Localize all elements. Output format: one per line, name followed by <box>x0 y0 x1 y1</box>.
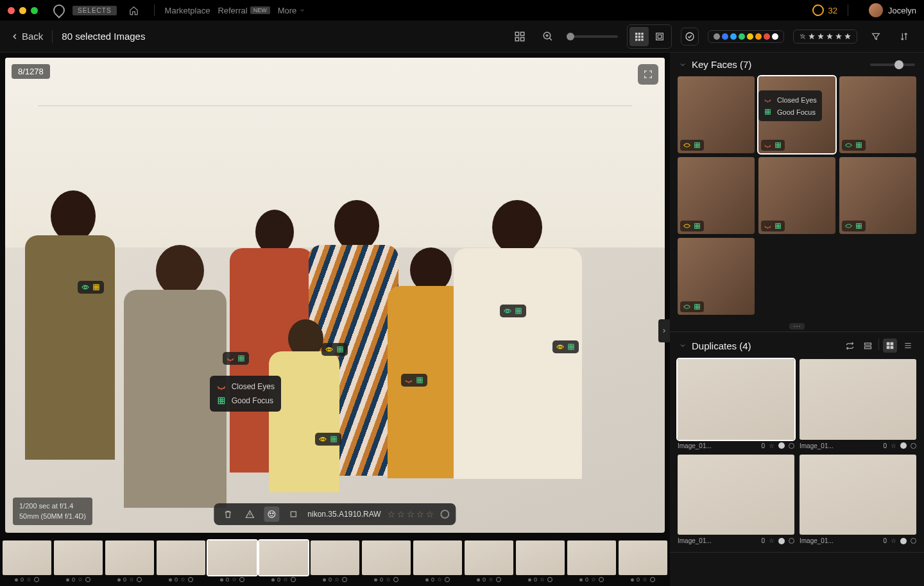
home-icon[interactable] <box>124 1 144 20</box>
filmstrip-thumb[interactable]: 0 <box>567 540 616 584</box>
face-marker[interactable] <box>321 343 348 356</box>
duplicate-thumb[interactable] <box>678 455 794 535</box>
duplicate-thumb[interactable] <box>800 455 916 535</box>
close-window[interactable] <box>8 7 15 14</box>
user-menu[interactable]: Jocelyn <box>869 3 916 17</box>
svg-rect-18 <box>239 356 244 361</box>
face-thumb-size-slider[interactable] <box>870 63 915 66</box>
image-viewer[interactable]: 8/1278 Closed Eyes Good Focus 1/200 sec … <box>5 58 665 533</box>
face-marker[interactable] <box>315 433 341 446</box>
eye-status-icon <box>404 376 413 385</box>
key-face-thumb[interactable] <box>678 238 755 315</box>
filmstrip-thumb[interactable]: 0 <box>362 540 411 584</box>
list-icon[interactable] <box>901 339 915 353</box>
filmstrip-thumb[interactable]: 0 <box>413 540 462 584</box>
filmstrip-thumb[interactable]: 0 <box>157 540 205 584</box>
duplicate-thumb[interactable] <box>678 359 794 440</box>
duplicate-item[interactable]: Image_01...0 <box>800 455 916 545</box>
sort-icon[interactable] <box>894 27 914 46</box>
delete-button[interactable] <box>220 506 235 522</box>
svg-rect-34 <box>776 224 781 229</box>
color-dot[interactable] <box>764 33 770 40</box>
color-label-ring[interactable] <box>911 443 916 449</box>
color-dot[interactable] <box>730 33 737 40</box>
filmstrip-thumb[interactable]: 0 <box>516 540 565 584</box>
color-dot[interactable] <box>747 33 753 40</box>
key-face-thumb[interactable] <box>678 157 755 234</box>
grid-icon[interactable] <box>883 339 897 353</box>
collapse-sidebar-button[interactable] <box>658 319 670 342</box>
filter-icon[interactable] <box>866 27 886 46</box>
nav-marketplace[interactable]: Marketplace <box>165 6 210 15</box>
maximize-window[interactable] <box>31 7 38 14</box>
compare-grid-icon[interactable] <box>510 27 529 46</box>
key-face-thumb[interactable] <box>758 157 835 234</box>
duplicate-item[interactable]: Image_01...0 <box>678 455 794 545</box>
face-tag-button[interactable] <box>264 506 279 522</box>
credits-display[interactable]: 32 <box>812 4 837 16</box>
star-rating-filter[interactable] <box>793 29 857 44</box>
duplicate-filename: Image_01... <box>678 537 757 544</box>
key-face-thumb[interactable] <box>839 76 916 153</box>
nav-referral[interactable]: Referral NEW <box>218 6 270 15</box>
filmstrip-thumb[interactable]: 0 <box>208 540 257 584</box>
chevron-down-icon[interactable] <box>679 61 687 69</box>
nav-more[interactable]: More <box>278 6 306 15</box>
grid-view-button[interactable] <box>629 27 649 46</box>
check-icon[interactable] <box>900 442 907 449</box>
color-label-ring[interactable] <box>441 510 450 519</box>
single-view-button[interactable] <box>650 27 669 46</box>
face-marker[interactable] <box>78 281 104 294</box>
check-filter[interactable] <box>681 28 699 46</box>
duplicate-thumb[interactable] <box>800 359 916 440</box>
key-face-thumb[interactable] <box>678 76 755 153</box>
color-dot[interactable] <box>739 33 745 40</box>
chevron-down-icon[interactable] <box>679 342 687 349</box>
duplicate-item[interactable]: Image_01...0 <box>678 359 794 449</box>
filmstrip-thumb[interactable]: 0 <box>311 540 359 584</box>
face-marker[interactable] <box>552 340 579 353</box>
color-label-ring[interactable] <box>911 538 916 544</box>
color-dot[interactable] <box>714 33 720 40</box>
filmstrip[interactable]: 0000000000000 <box>0 538 670 586</box>
filmstrip-thumb[interactable]: 0 <box>3 540 51 584</box>
key-face-thumb[interactable] <box>839 157 916 234</box>
color-dot[interactable] <box>772 33 778 40</box>
face-marker[interactable] <box>223 352 249 365</box>
image-action-bar: nikon.35.A1910.RAW <box>214 503 456 525</box>
svg-rect-45 <box>891 346 894 349</box>
zoom-slider[interactable] <box>567 35 618 38</box>
panel-resize-handle[interactable] <box>670 321 924 331</box>
zoom-icon[interactable] <box>538 27 558 46</box>
key-face-thumb[interactable]: Closed EyesGood Focus <box>758 76 835 153</box>
color-dot[interactable] <box>722 33 728 40</box>
color-dot[interactable] <box>755 33 762 40</box>
crop-button[interactable] <box>286 506 301 522</box>
good-focus-icon <box>216 396 227 406</box>
color-label-filter[interactable] <box>708 30 784 43</box>
svg-rect-35 <box>857 224 862 229</box>
color-label-ring[interactable] <box>789 538 794 544</box>
check-icon[interactable] <box>900 538 907 544</box>
svg-point-37 <box>794 326 795 327</box>
warning-button[interactable] <box>242 506 257 522</box>
filmstrip-thumb[interactable]: 0 <box>54 540 103 584</box>
face-marker[interactable] <box>401 374 427 387</box>
face-marker[interactable] <box>500 305 526 317</box>
svg-rect-30 <box>776 143 781 148</box>
filmstrip-thumb[interactable]: 0 <box>619 540 667 584</box>
back-button[interactable]: Back <box>10 31 43 42</box>
check-icon[interactable] <box>778 538 785 544</box>
rows-icon[interactable] <box>860 339 875 353</box>
fullscreen-button[interactable] <box>638 64 658 85</box>
loop-icon[interactable] <box>843 339 857 353</box>
color-label-ring[interactable] <box>789 443 794 449</box>
minimize-window[interactable] <box>19 7 26 14</box>
rating-stars[interactable] <box>388 510 434 519</box>
duplicate-item[interactable]: Image_01...0 <box>800 359 916 449</box>
svg-rect-36 <box>695 305 700 310</box>
check-icon[interactable] <box>778 442 785 449</box>
filmstrip-thumb[interactable]: 0 <box>259 540 308 584</box>
filmstrip-thumb[interactable]: 0 <box>105 540 154 584</box>
filmstrip-thumb[interactable]: 0 <box>465 540 513 584</box>
